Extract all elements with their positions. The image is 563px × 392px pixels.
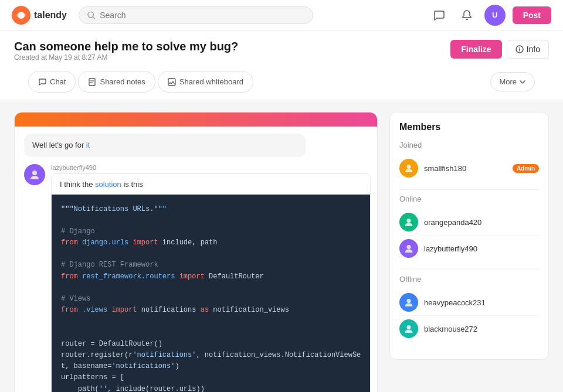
message-row-2: lazybutterfly490 I think the solution is…	[24, 164, 368, 393]
svg-point-6	[519, 47, 520, 48]
nav-right: U Post	[428, 5, 551, 26]
svg-rect-7	[89, 79, 95, 86]
svg-point-11	[32, 171, 37, 175]
svg-rect-10	[168, 79, 175, 86]
main-content: Well let's go for it lazybutterfly490 I …	[0, 100, 563, 392]
info-button[interactable]: Info	[507, 40, 549, 59]
tab-shared-notes-label: Shared notes	[100, 77, 145, 86]
member-blackmouse272: blackmouse272	[399, 316, 539, 342]
code-message-intro: I think the solution is this	[60, 180, 143, 189]
chat-window: Well let's go for it lazybutterfly490 I …	[14, 112, 378, 392]
code-message-header: I think the solution is this	[52, 174, 370, 195]
chat-tab-icon	[38, 78, 46, 86]
logo-icon	[12, 6, 30, 25]
member-heavypeacock231: heavypeacock231	[399, 289, 539, 316]
members-title: Members	[399, 122, 539, 132]
chevron-down-icon	[519, 79, 526, 86]
notes-tab-icon	[88, 78, 96, 86]
tab-chat-label: Chat	[50, 77, 66, 86]
member-name-heavypeacock231: heavypeacock231	[424, 298, 539, 307]
svg-line-3	[93, 16, 94, 18]
admin-badge: Admin	[513, 164, 539, 173]
more-button[interactable]: More	[490, 72, 535, 91]
message-avatar-2	[24, 164, 45, 185]
search-bar[interactable]	[79, 6, 313, 24]
chat-header-gradient	[15, 113, 377, 127]
member-avatar-smallfish180	[399, 159, 418, 178]
member-name-lazybutterfly490: lazybutterfly490	[424, 244, 539, 253]
svg-point-16	[407, 165, 411, 169]
online-label: Online	[399, 195, 539, 203]
member-lazybutterfly490: lazybutterfly490	[399, 236, 539, 261]
info-label: Info	[527, 45, 540, 54]
joined-section: Joined smallfish180 Admin	[399, 141, 539, 181]
navbar: talendy U Post	[0, 0, 563, 30]
user-avatar[interactable]: U	[484, 5, 506, 26]
page-header: Can someone help me to solve my bug? Cre…	[0, 30, 563, 100]
chat-nav-icon[interactable]	[428, 5, 449, 26]
offline-section: Offline heavypeacock231 blackmouse272	[399, 275, 539, 342]
message-icon	[432, 9, 445, 22]
header-actions: Finalize Info	[450, 40, 549, 59]
page-subtitle: Created at May 19 at 8:27 AM	[14, 53, 238, 62]
tab-shared-whiteboard[interactable]: Shared whiteboard	[158, 71, 253, 93]
member-avatar-orangepanda420	[399, 213, 418, 231]
members-sidebar: Members Joined smallfish180 Admin Online…	[389, 112, 549, 360]
chat-messages[interactable]: Well let's go for it lazybutterfly490 I …	[15, 127, 377, 392]
divider-1	[399, 189, 539, 190]
message-text-1: Well let's go for it	[32, 141, 90, 149]
svg-point-17	[407, 219, 411, 223]
svg-point-18	[407, 245, 411, 249]
member-orangepanda420: orangepanda420	[399, 209, 539, 236]
member-name-orangepanda420: orangepanda420	[424, 218, 539, 227]
member-avatar-heavypeacock231	[399, 293, 418, 312]
tab-shared-notes[interactable]: Shared notes	[78, 71, 155, 93]
member-avatar-lazybutterfly490	[399, 239, 418, 258]
page-title: Can someone help me to solve my bug?	[14, 40, 238, 53]
logo-text: talendy	[34, 10, 67, 21]
finalize-button[interactable]: Finalize	[450, 40, 501, 59]
member-name-blackmouse272: blackmouse272	[424, 325, 539, 333]
notification-icon[interactable]	[456, 5, 477, 26]
tab-chat[interactable]: Chat	[28, 71, 76, 93]
divider-2	[399, 270, 539, 270]
message-sender-2: lazybutterfly490	[51, 164, 371, 171]
member-avatar-blackmouse272	[399, 319, 418, 338]
more-label: More	[499, 77, 517, 86]
bell-icon	[460, 9, 473, 22]
offline-label: Offline	[399, 275, 539, 284]
tab-shared-whiteboard-label: Shared whiteboard	[179, 77, 243, 86]
info-icon	[515, 45, 524, 53]
svg-point-20	[407, 325, 411, 329]
code-message-2: I think the solution is this """Notifica…	[51, 173, 371, 393]
post-button[interactable]: Post	[513, 6, 551, 24]
svg-point-19	[407, 299, 411, 303]
joined-label: Joined	[399, 141, 539, 149]
message-bubble-1: Well let's go for it	[24, 134, 306, 157]
search-input[interactable]	[100, 11, 304, 20]
logo[interactable]: talendy	[12, 6, 67, 25]
tabs: Chat Shared notes Shared whiteboard	[28, 71, 253, 100]
tab-bar: Chat Shared notes Shared whiteboard More	[14, 71, 549, 100]
online-section: Online orangepanda420 lazybutterfly490	[399, 195, 539, 261]
svg-point-1	[18, 12, 25, 19]
code-block: """Notifications URLs.""" # Django from …	[52, 195, 370, 393]
member-smallfish180: smallfish180 Admin	[399, 155, 539, 181]
search-icon	[87, 11, 95, 19]
whiteboard-tab-icon	[168, 78, 176, 86]
member-name-smallfish180: smallfish180	[424, 164, 507, 173]
chat-area: Well let's go for it lazybutterfly490 I …	[14, 112, 378, 392]
